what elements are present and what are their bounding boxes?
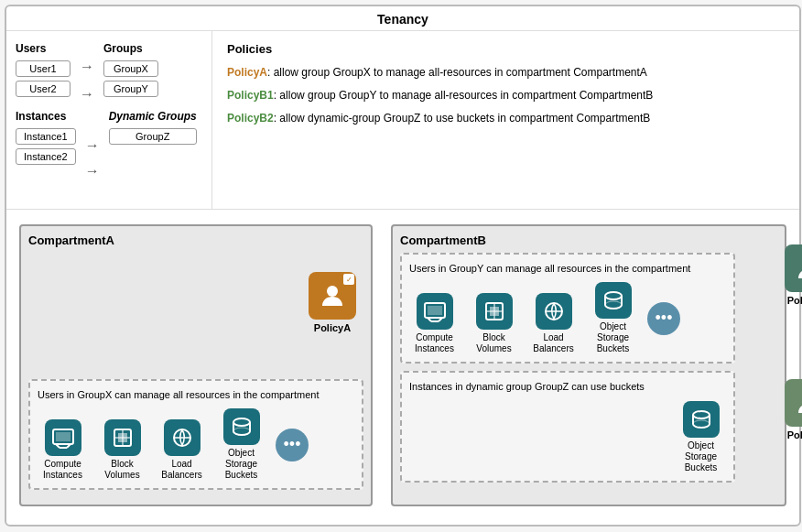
compartmentB-load-item: Load Balancers xyxy=(528,293,579,354)
svg-point-24 xyxy=(605,301,622,309)
instance-arrows: → → xyxy=(85,110,100,179)
compartmentB-compute-icon xyxy=(417,293,453,330)
policy-b2-name: PolicyB2 xyxy=(227,112,274,125)
compartmentB-box: CompartmentB Users in GroupY can manage … xyxy=(391,224,786,506)
compartmentB-object-label2: Object Storage Buckets xyxy=(676,440,726,473)
svg-rect-14 xyxy=(428,306,442,315)
load-icon xyxy=(164,419,200,456)
tenancy-wrapper: Tenancy Users User1 User2 → → Groups Gro… xyxy=(5,5,801,527)
compartmentB-inner-box2: Instances in dynamic group GroupZ can us… xyxy=(400,371,735,482)
groupY-item: GroupY xyxy=(103,81,158,97)
user2-item: User2 xyxy=(16,81,70,97)
svg-point-23 xyxy=(605,292,622,299)
policy-a-name: PolicyA xyxy=(227,66,267,79)
object-svg xyxy=(230,415,254,439)
policyB1-label: PolicyB1 xyxy=(787,295,802,306)
load-svg2 xyxy=(542,299,566,323)
policyB1-person-svg xyxy=(795,255,802,282)
policy-b1-line: PolicyB1: allow group GroupY to manage a… xyxy=(227,88,785,103)
policyB2-person-svg xyxy=(795,389,802,417)
policy-b2-line: PolicyB2: allow dynamic-group GroupZ to … xyxy=(227,111,785,126)
compartmentB-block-icon xyxy=(476,293,513,330)
compartmentB-load-label: Load Balancers xyxy=(528,332,579,354)
policies-title: Policies xyxy=(227,42,785,56)
compartmentA-compute-item: Compute Instances xyxy=(38,419,88,481)
policyB2-icon-area: ✓ PolicyB2 xyxy=(785,379,802,440)
groupZ-item: GroupZ xyxy=(109,128,197,145)
compartmentB-compute-label: Compute Instances xyxy=(409,332,460,354)
policy-b2-text: : allow dynamic-group GroupZ to use buck… xyxy=(274,112,651,125)
policy-a-text: : allow group GroupX to manage all-resou… xyxy=(267,66,647,79)
compartmentB-object-item2: Object Storage Buckets xyxy=(676,401,726,473)
svg-point-26 xyxy=(693,420,710,428)
block-svg xyxy=(111,426,135,450)
tenancy-title: Tenancy xyxy=(6,6,799,31)
svg-point-11 xyxy=(233,418,250,426)
dynamic-groups-col: Dynamic Groups GroupZ xyxy=(109,110,197,145)
compartmentB-icons-row1: Compute Instances Block Volumes xyxy=(409,282,726,354)
compartmentB-block-item: Block Volumes xyxy=(469,293,519,354)
svg-rect-2 xyxy=(56,432,70,441)
arrow-user1-icon: → xyxy=(80,59,94,75)
block-svg2 xyxy=(482,299,506,323)
compartmentB-inner-label2: Instances in dynamic group GroupZ can us… xyxy=(409,380,726,393)
compartmentA-more-icon: ••• xyxy=(276,429,309,461)
compartmentB-more-icon1: ••• xyxy=(647,302,680,335)
compartmentB-object-label1: Object Storage Buckets xyxy=(588,321,638,354)
instances-col: Instances Instance1 Instance2 xyxy=(16,110,76,165)
compartmentB-object-icon1 xyxy=(595,282,632,319)
policyB-icons-area: ✓ PolicyB1 ✓ PolicyB2 xyxy=(785,244,802,440)
policy-b1-text: : allow group GroupY to manage all-resou… xyxy=(274,89,654,102)
compartmentA-title: CompartmentA xyxy=(28,233,363,247)
compute-svg xyxy=(51,426,75,450)
compartmentA-compute-label: Compute Instances xyxy=(38,459,88,481)
users-header: Users xyxy=(16,42,70,55)
policyA-icon: ✓ xyxy=(309,272,356,320)
compute-icon xyxy=(45,419,81,456)
user1-item: User1 xyxy=(16,60,70,77)
compartmentB-object-item1: Object Storage Buckets xyxy=(588,282,638,354)
compartmentA-object-item: Object Storage Buckets xyxy=(216,408,266,481)
policy-b1-name: PolicyB1 xyxy=(227,89,274,102)
object-icon xyxy=(223,408,260,445)
dynamic-groups-header: Dynamic Groups xyxy=(109,110,197,123)
policyB2-icon: ✓ xyxy=(785,379,802,427)
compartmentB-icons-row2: Object Storage Buckets xyxy=(409,401,726,473)
compartmentB-inner-box1: Users in GroupY can manage all resources… xyxy=(400,253,735,364)
compartmentA-box: CompartmentA ✓ PolicyA Users in GroupX c… xyxy=(19,224,373,506)
users-groups-row: Users User1 User2 → → Groups GroupX Grou… xyxy=(16,42,202,103)
compartmentB-inner-label1: Users in GroupY can manage all resources… xyxy=(409,262,726,275)
compartmentA-load-item: Load Balancers xyxy=(157,419,207,481)
instances-header: Instances xyxy=(16,110,76,123)
instance1-item: Instance1 xyxy=(16,128,76,145)
bottom-section: CompartmentA ✓ PolicyA Users in GroupX c… xyxy=(6,210,799,521)
policyB1-icon: ✓ xyxy=(785,244,802,292)
users-arrows: → → xyxy=(80,42,94,103)
block-icon xyxy=(104,419,141,456)
policyA-badge: ✓ xyxy=(343,274,354,285)
groupX-item: GroupX xyxy=(103,60,158,77)
groups-header: Groups xyxy=(103,42,158,55)
compartmentA-block-label: Block Volumes xyxy=(97,459,147,481)
load-svg xyxy=(170,426,194,450)
policyB2-label: PolicyB2 xyxy=(787,429,802,440)
policy-a-line: PolicyA: allow group GroupX to manage al… xyxy=(227,65,785,81)
arrow-inst2-icon: → xyxy=(85,163,100,179)
compartmentA-load-label: Load Balancers xyxy=(157,459,207,481)
compartmentA-block-item: Block Volumes xyxy=(97,419,147,481)
policyB1-icon-area: ✓ PolicyB1 xyxy=(785,244,802,306)
compartmentA-icons-row: Compute Instances Block Volumes xyxy=(38,408,354,481)
users-col: Users User1 User2 xyxy=(16,42,70,97)
compartmentB-compute-item: Compute Instances xyxy=(409,293,460,354)
svg-point-0 xyxy=(327,286,338,297)
policyA-person-icon xyxy=(319,282,346,309)
compartmentA-inner-label: Users in GroupX can manage all resources… xyxy=(38,388,354,401)
obj-svg2 xyxy=(602,288,625,312)
arrow-inst1-icon: → xyxy=(85,137,100,154)
svg-point-12 xyxy=(233,428,250,435)
compartmentB-block-label: Block Volumes xyxy=(469,332,519,354)
compartmentA-object-label: Object Storage Buckets xyxy=(216,448,266,481)
arrow-user2-icon: → xyxy=(80,86,94,103)
compartmentB-object-icon2 xyxy=(683,401,720,438)
policies-box: Policies PolicyA: allow group GroupX to … xyxy=(212,31,799,209)
